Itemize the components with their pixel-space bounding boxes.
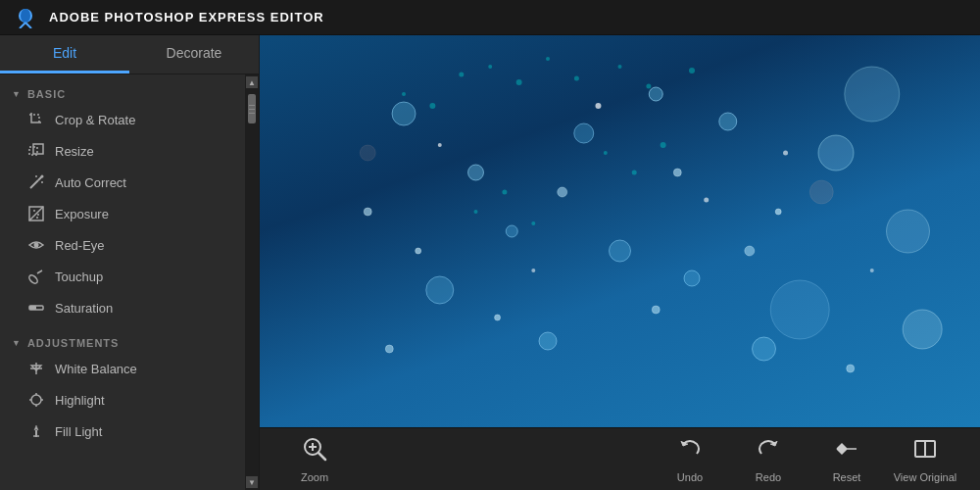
svg-point-72 [689, 68, 695, 74]
photo-canvas [260, 35, 980, 427]
svg-line-80 [318, 453, 325, 460]
svg-point-74 [632, 171, 637, 175]
toolbar-action-buttons: Undo Redo [651, 432, 964, 487]
reset-icon [834, 436, 859, 467]
main-layout: Edit Decorate ▼ BASIC [0, 35, 980, 490]
menu-item-resize[interactable]: Resize [0, 135, 245, 167]
svg-point-22 [31, 395, 41, 405]
sidebar-list: ▼ BASIC Crop & Rotate [0, 74, 245, 490]
svg-point-69 [429, 103, 435, 109]
section-adjustments: ▼ ADJUSTMENTS [0, 331, 245, 353]
svg-point-67 [574, 76, 579, 81]
undo-icon [677, 436, 703, 467]
particles-svg [260, 35, 980, 427]
svg-point-15 [34, 243, 39, 248]
saturation-icon [27, 299, 45, 317]
redo-button[interactable]: Redo [729, 432, 808, 487]
svg-point-63 [459, 73, 464, 77]
zoom-icon [302, 436, 327, 467]
svg-point-16 [28, 273, 39, 284]
scrollbar[interactable]: ▲ ▼ [245, 74, 259, 490]
sidebar: Edit Decorate ▼ BASIC [0, 35, 260, 490]
scroll-up-arrow[interactable]: ▲ [246, 76, 258, 88]
redo-icon [756, 436, 781, 467]
svg-point-78 [531, 221, 535, 225]
highlight-icon [27, 391, 45, 409]
menu-item-red-eye[interactable]: Red-Eye [0, 229, 245, 261]
svg-line-17 [37, 270, 42, 273]
fill-light-icon [27, 422, 45, 440]
topbar: ADOBE PHOTOSHOP EXPRESS EDITOR [0, 0, 980, 35]
scroll-down-arrow[interactable]: ▼ [246, 476, 258, 488]
app-title: ADOBE PHOTOSHOP EXPRESS EDITOR [49, 10, 324, 24]
svg-point-68 [402, 92, 406, 96]
bottom-toolbar: Zoom Undo [260, 427, 980, 490]
reset-button[interactable]: Reset [808, 432, 886, 487]
section-basic-arrow: ▼ [12, 89, 22, 99]
exposure-icon [27, 205, 45, 222]
svg-line-11 [29, 207, 43, 220]
image-container [260, 35, 980, 427]
svg-point-77 [502, 190, 507, 195]
menu-item-touchup[interactable]: Touchup [0, 261, 245, 292]
menu-item-saturation[interactable]: Saturation [0, 292, 245, 323]
app-logo [12, 4, 39, 31]
svg-point-76 [474, 210, 478, 214]
wand-icon [27, 173, 45, 191]
menu-item-crop-rotate[interactable]: Crop & Rotate [0, 104, 245, 135]
menu-item-white-balance[interactable]: White Balance [0, 353, 245, 384]
tab-edit[interactable]: Edit [0, 35, 129, 74]
zoom-button[interactable]: Zoom [275, 432, 354, 487]
svg-point-64 [488, 65, 492, 69]
svg-point-71 [646, 84, 651, 89]
svg-line-9 [40, 177, 41, 178]
resize-icon [27, 142, 45, 160]
crop-icon [27, 111, 45, 128]
svg-rect-3 [33, 144, 43, 154]
menu-item-exposure[interactable]: Exposure [0, 198, 245, 229]
svg-rect-19 [29, 306, 36, 310]
eye-icon [27, 236, 45, 254]
view-original-button[interactable]: View Original [886, 432, 964, 487]
svg-point-73 [604, 151, 608, 155]
sidebar-tabs: Edit Decorate [0, 35, 259, 74]
undo-button[interactable]: Undo [651, 432, 729, 487]
sidebar-content: ▼ BASIC Crop & Rotate [0, 74, 259, 490]
menu-item-fill-light[interactable]: Fill Light [0, 416, 245, 447]
svg-point-1 [21, 9, 30, 23]
menu-item-auto-correct[interactable]: Auto Correct [0, 167, 245, 198]
canvas-area: Zoom Undo [260, 35, 980, 490]
svg-point-70 [618, 65, 622, 69]
balance-icon [27, 360, 45, 377]
view-original-icon [912, 436, 938, 467]
touchup-icon [27, 268, 45, 285]
svg-point-75 [661, 142, 666, 148]
menu-item-highlight[interactable]: Highlight [0, 384, 245, 416]
section-basic: ▼ BASIC [0, 82, 245, 104]
svg-point-65 [516, 79, 522, 85]
svg-point-66 [546, 57, 550, 61]
svg-line-4 [30, 180, 38, 188]
tab-decorate[interactable]: Decorate [129, 35, 259, 74]
section-adjustments-arrow: ▼ [12, 338, 22, 348]
scroll-thumb[interactable] [248, 94, 256, 123]
